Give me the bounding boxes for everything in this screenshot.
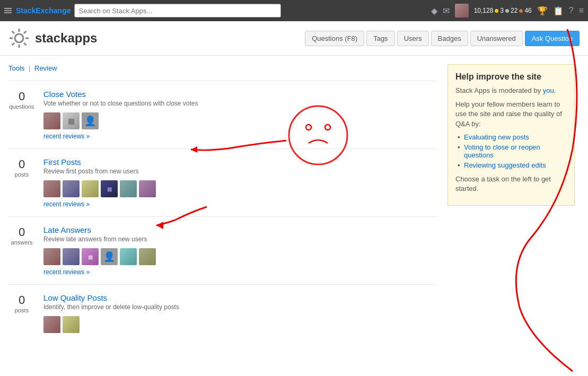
avatar-thumb <box>139 180 156 197</box>
review-avatars-close: ▦ 👤 <box>43 112 437 129</box>
site-header: stackapps Questions (F8) Tags Users Badg… <box>0 21 588 56</box>
review-count-first: 0 posts <box>8 158 35 208</box>
help-list: Evaluating new posts Voting to close or … <box>460 133 567 169</box>
review-item-close-votes: 0 questions Close Votes Vote whether or … <box>8 81 437 148</box>
nav-unanswered[interactable]: Unanswered <box>470 31 523 46</box>
top-navbar: StackExchange ◆ ✉ 10,128 3 22 46 🏆 📋 <box>0 0 588 21</box>
hamburger-menu-icon[interactable] <box>4 8 12 13</box>
page-content: Tools | Review 0 questions Close Votes V… <box>0 56 583 350</box>
avatar-placeholder: 👤 <box>101 248 118 265</box>
help-body: Help your fellow members learn to use th… <box>455 100 567 129</box>
svg-line-6 <box>24 43 26 45</box>
breadcrumb-sep: | <box>29 64 30 72</box>
bronze-badge-dot <box>519 9 523 13</box>
inbox-icon[interactable]: ✉ <box>443 6 450 16</box>
breadcrumb-tools[interactable]: Tools <box>8 64 24 72</box>
help-intro: Stack Apps is moderated by you. <box>455 86 567 95</box>
help-list-item: Evaluating new posts <box>464 133 567 141</box>
review-desc-lq: Identify, then improve or delete low-qua… <box>43 303 437 311</box>
review-icon[interactable]: 📋 <box>553 6 564 16</box>
recent-reviews-first: recent reviews » <box>43 200 437 208</box>
review-desc-first: Review first posts from new users <box>43 168 437 175</box>
review-info-close: Close Votes Vote whether or not to close… <box>43 90 437 140</box>
avatar-thumb: ▦ <box>63 112 80 129</box>
help-title: Help improve the site <box>455 72 567 82</box>
recent-reviews-close: recent reviews » <box>43 133 437 140</box>
avatar-thumb <box>82 180 99 197</box>
avatar-thumb <box>120 248 137 265</box>
avatar-thumb <box>63 180 80 197</box>
review-count-close: 0 questions <box>8 90 35 140</box>
gold-badge-dot <box>495 9 498 13</box>
help-footer: Choose a task on the left to get started… <box>455 174 567 194</box>
nav-badges[interactable]: Badges <box>431 31 468 46</box>
site-name: stackapps <box>35 31 97 46</box>
more-icon[interactable]: ≡ <box>579 6 584 15</box>
help-icon[interactable]: ? <box>569 6 574 15</box>
avatar-thumb <box>139 248 156 265</box>
site-logo-icon <box>8 28 30 49</box>
gold-count: 3 <box>500 7 504 14</box>
svg-line-8 <box>12 43 14 45</box>
help-list-item: Voting to close or reopen questions <box>464 143 567 159</box>
review-title-low-quality[interactable]: Low Quality Posts <box>43 293 107 302</box>
review-title-close-votes[interactable]: Close Votes <box>43 90 86 99</box>
review-item-low-quality: 0 posts Low Quality Posts Identify, then… <box>8 284 437 342</box>
main-content: Tools | Review 0 questions Close Votes V… <box>8 64 437 342</box>
reputation-badge: 10,128 3 22 46 <box>474 7 532 14</box>
avatar-thumb <box>63 316 80 333</box>
review-title-first-posts[interactable]: First Posts <box>43 158 81 167</box>
bronze-count: 46 <box>524 7 531 14</box>
nav-icons: ◆ ✉ 10,128 3 22 46 🏆 📋 ? ≡ <box>431 4 584 18</box>
site-nav: Questions (F8) Tags Users Badges Unanswe… <box>305 31 580 46</box>
avatar-thumb <box>43 248 60 265</box>
avatar-placeholder: 👤 <box>82 112 99 129</box>
help-you-link[interactable]: you <box>543 86 554 94</box>
svg-line-5 <box>12 31 14 33</box>
brand-name: StackExchange <box>16 6 71 15</box>
sidebar: Help improve the site Stack Apps is mode… <box>447 64 575 342</box>
avatar-thumb <box>120 180 137 197</box>
review-info-first: First Posts Review first posts from new … <box>43 158 437 208</box>
review-desc-late: Review late answers from new users <box>43 235 437 243</box>
site-logo[interactable]: stackapps <box>8 28 97 49</box>
review-avatars-late: ▦ 👤 <box>43 248 437 265</box>
review-count-late: 0 answers <box>8 225 35 276</box>
achievements-icon[interactable]: 🏆 <box>537 6 548 16</box>
nav-ask-question[interactable]: Ask Question <box>525 31 580 46</box>
avatar-thumb <box>43 316 60 333</box>
review-desc-close: Vote whether or not to close questions w… <box>43 100 437 107</box>
silver-count: 22 <box>511 7 517 14</box>
review-item-first-posts: 0 posts First Posts Review first posts f… <box>8 148 437 216</box>
avatar[interactable] <box>455 4 469 18</box>
svg-line-7 <box>24 31 26 33</box>
recent-reviews-late: recent reviews » <box>43 268 437 276</box>
avatar-thumb <box>43 180 60 197</box>
breadcrumb: Tools | Review <box>8 64 437 72</box>
reputation-count: 10,128 <box>474 7 494 14</box>
nav-users[interactable]: Users <box>397 31 429 46</box>
review-title-late-answers[interactable]: Late Answers <box>43 225 91 234</box>
avatar-thumb: ▦ <box>101 180 118 197</box>
review-avatars-first: ▦ <box>43 180 437 197</box>
svg-point-0 <box>15 34 23 42</box>
silver-badge-dot <box>505 9 509 13</box>
brand-logo[interactable]: StackExchange <box>4 6 71 15</box>
avatar-thumb <box>43 112 60 129</box>
avatar-thumb <box>63 248 80 265</box>
search-input[interactable] <box>74 4 281 18</box>
help-list-item: Reviewing suggested edits <box>464 161 567 169</box>
review-info-lq: Low Quality Posts Identify, then improve… <box>43 293 437 333</box>
review-info-late: Late Answers Review late answers from ne… <box>43 225 437 276</box>
avatar-thumb: ▦ <box>82 248 99 265</box>
review-count-lq: 0 posts <box>8 293 35 333</box>
nav-questions[interactable]: Questions (F8) <box>305 31 364 46</box>
help-box: Help improve the site Stack Apps is mode… <box>447 64 575 206</box>
breadcrumb-review: Review <box>34 64 57 72</box>
nav-tags[interactable]: Tags <box>366 31 394 46</box>
review-item-late-answers: 0 answers Late Answers Review late answe… <box>8 216 437 284</box>
review-avatars-lq <box>43 316 437 333</box>
diamond-icon: ◆ <box>431 6 437 16</box>
